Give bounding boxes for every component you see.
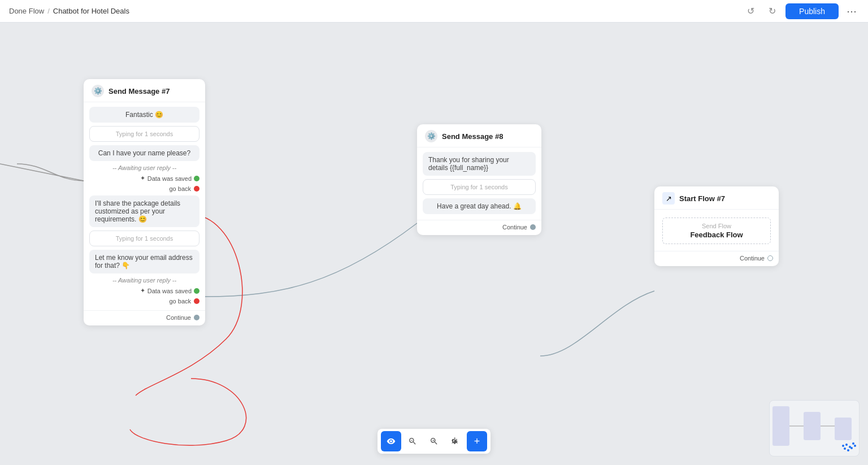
continue-row-8: Continue bbox=[417, 220, 541, 235]
continue-row-7: Continue bbox=[84, 310, 205, 325]
msg-bubble-greatday: Have a great day ahead. 🔔 bbox=[423, 198, 536, 214]
node-title-7: Send Message #7 bbox=[108, 87, 170, 95]
node-body-7: Fantastic 😊 Typing for 1 seconds Can I h… bbox=[84, 102, 205, 310]
typing-bubble-8: Typing for 1 seconds bbox=[423, 179, 536, 195]
continue-label-sf7: Continue bbox=[740, 255, 765, 262]
start-flow-7-node: ↗ Start Flow #7 Send Flow Feedback Flow … bbox=[654, 186, 779, 266]
mini-map-svg bbox=[770, 401, 860, 457]
snowflake-icon-1: ✦ bbox=[140, 175, 145, 182]
data-saved-label-2: Data was saved bbox=[147, 288, 192, 294]
svg-point-11 bbox=[847, 449, 849, 451]
publish-button[interactable]: Publish bbox=[785, 3, 839, 19]
flow-canvas[interactable]: ⚙️ Send Message #7 Fantastic 😊 Typing fo… bbox=[0, 23, 868, 465]
done-flow-link[interactable]: Done Flow bbox=[9, 7, 44, 15]
typing-bubble-1: Typing for 1 seconds bbox=[89, 126, 199, 142]
msg-bubble-package: I'll share the package details customize… bbox=[89, 195, 199, 227]
header-actions: ↺ ↻ Publish ⋯ bbox=[743, 3, 859, 19]
red-dot-1 bbox=[194, 186, 199, 192]
eye-button[interactable] bbox=[381, 431, 401, 451]
go-back-label-1: go back bbox=[169, 185, 191, 192]
undo-button[interactable]: ↺ bbox=[743, 3, 758, 19]
go-back-label-2: go back bbox=[169, 298, 191, 305]
separator: / bbox=[47, 7, 50, 15]
settings-button[interactable] bbox=[445, 431, 466, 451]
svg-point-9 bbox=[852, 442, 854, 445]
svg-point-10 bbox=[844, 447, 846, 450]
mini-map bbox=[769, 400, 860, 457]
svg-point-6 bbox=[842, 445, 844, 447]
send-flow-label: Send Flow bbox=[670, 223, 763, 229]
zoom-out-button[interactable] bbox=[402, 431, 423, 451]
svg-rect-3 bbox=[835, 418, 852, 440]
msg-bubble-fantastic: Fantastic 😊 bbox=[89, 107, 199, 123]
zoom-in-icon bbox=[429, 437, 439, 446]
start-flow-title: Start Flow #7 bbox=[679, 194, 725, 203]
snowflake-icon-2: ✦ bbox=[140, 287, 145, 294]
svg-point-12 bbox=[850, 447, 853, 449]
msg-bubble-thankyou: Thank you for sharing your details {{ful… bbox=[423, 152, 536, 176]
header: Done Flow / Chatbot for Hotel Deals ↺ ↻ … bbox=[0, 0, 868, 23]
node-icon-7: ⚙️ bbox=[92, 85, 104, 97]
typing-bubble-2: Typing for 1 seconds bbox=[89, 231, 199, 246]
breadcrumb: Done Flow / Chatbot for Hotel Deals bbox=[9, 7, 129, 15]
green-dot-1 bbox=[194, 176, 199, 181]
send-message-7-node: ⚙️ Send Message #7 Fantastic 😊 Typing fo… bbox=[84, 79, 205, 325]
red-dot-2 bbox=[194, 298, 199, 304]
page-title: Chatbot for Hotel Deals bbox=[53, 7, 129, 15]
bottom-toolbar: + bbox=[377, 429, 491, 454]
start-flow-icon: ↗ bbox=[662, 192, 675, 205]
awaiting-reply-1: -- Awaiting user reply -- bbox=[89, 164, 199, 171]
add-icon: + bbox=[474, 436, 480, 447]
start-flow-body: Send Flow Feedback Flow bbox=[654, 210, 779, 251]
eye-icon bbox=[387, 437, 396, 446]
green-dot-2 bbox=[194, 288, 199, 294]
add-button[interactable]: + bbox=[467, 431, 487, 451]
continue-label-7: Continue bbox=[166, 314, 191, 321]
svg-line-0 bbox=[0, 164, 84, 181]
awaiting-reply-2: -- Awaiting user reply -- bbox=[89, 277, 199, 284]
msg-bubble-name: Can I have your name please? bbox=[89, 145, 199, 161]
data-saved-label-1: Data was saved bbox=[147, 175, 192, 182]
redo-button[interactable]: ↻ bbox=[764, 3, 780, 19]
data-saved-1: ✦ Data was saved bbox=[89, 175, 199, 182]
continue-dot-8 bbox=[530, 224, 536, 230]
node-header-7: ⚙️ Send Message #7 bbox=[84, 79, 205, 102]
more-options-button[interactable]: ⋯ bbox=[844, 5, 859, 18]
send-message-8-node: ⚙️ Send Message #8 Thank you for sharing… bbox=[417, 124, 541, 235]
svg-rect-2 bbox=[804, 412, 821, 440]
zoom-in-button[interactable] bbox=[424, 431, 444, 451]
zoom-out-icon bbox=[408, 437, 417, 446]
settings-icon bbox=[451, 437, 460, 446]
node-body-8: Thank you for sharing your details {{ful… bbox=[417, 147, 541, 220]
continue-row-sf7: Continue bbox=[654, 251, 779, 266]
go-back-row-2: go back bbox=[89, 298, 199, 305]
svg-rect-1 bbox=[772, 406, 789, 446]
node-title-8: Send Message #8 bbox=[442, 132, 503, 141]
data-saved-2: ✦ Data was saved bbox=[89, 287, 199, 294]
svg-point-7 bbox=[845, 444, 848, 446]
continue-label-8: Continue bbox=[502, 224, 527, 231]
msg-bubble-email: Let me know your email address for that?… bbox=[89, 250, 199, 273]
continue-dot-7 bbox=[194, 315, 199, 320]
flow-name: Feedback Flow bbox=[670, 231, 763, 239]
go-back-row-1: go back bbox=[89, 185, 199, 192]
svg-point-13 bbox=[854, 445, 856, 447]
start-flow-box: Send Flow Feedback Flow bbox=[662, 218, 771, 244]
node-header-8: ⚙️ Send Message #8 bbox=[417, 124, 541, 147]
node-icon-8: ⚙️ bbox=[425, 130, 437, 142]
start-flow-header: ↗ Start Flow #7 bbox=[654, 186, 779, 210]
continue-dot-sf7 bbox=[767, 255, 773, 261]
